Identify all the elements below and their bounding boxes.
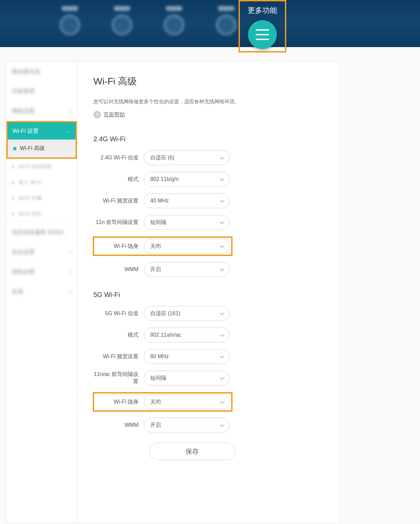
main-content: Wi-Fi 高级 您可以对无线网络做更多个性化的设置，适应各种无线网络环境。 ?… [77, 62, 340, 523]
select-value: 开启 [150, 266, 161, 273]
label-24g-guard-interval: 11n 前导间隔设置 [93, 219, 144, 226]
section-24g-title: 2.4G Wi-Fi [93, 135, 326, 143]
chevron-down-icon [219, 155, 224, 160]
sidebar-item-blurred[interactable]: 系统设置 ▾ [6, 262, 77, 282]
chevron-up-icon: ︿ [67, 128, 71, 134]
page-help-link[interactable]: ? 页面帮助 [93, 111, 326, 118]
form-24g: 2.4G Wi-Fi 信道 自适应 (6) 模式 802.11b/g/n Wi-… [93, 150, 326, 277]
select-24g-guard-interval[interactable]: 短间隔 [144, 215, 230, 230]
chevron-down-icon [219, 354, 224, 359]
label-5g-hide: Wi-Fi 隐身 [94, 399, 144, 406]
chevron-down-icon [219, 311, 224, 316]
sidebar-subitem-blurred[interactable]: 客人 Wi-Fi [6, 175, 77, 190]
top-nav: 更多功能 [0, 0, 420, 47]
select-value: 自适应 (161) [150, 310, 180, 317]
sidebar-subitem-blurred[interactable]: Wi-Fi 定时 [6, 206, 77, 222]
sidebar-subitem-blurred[interactable]: Wi-Fi 中继 [6, 190, 77, 206]
label-5g-guard-interval: 11n/ac 前导间隔设置 [93, 371, 144, 385]
sidebar-item-blurred[interactable]: 网络设置 ▾ [6, 101, 77, 121]
select-value: 802.11b/g/n [150, 176, 179, 182]
sidebar-subitem-wifi-advanced[interactable]: Wi-Fi 高级 [8, 140, 76, 157]
label-5g-channel: 5G Wi-Fi 信道 [93, 310, 144, 317]
highlight-5g-hide: Wi-Fi 隐身 关闭 [93, 392, 233, 412]
page-container: 路由器信息 升级管理 网络设置 ▾ Wi-Fi 设置 ︿ Wi-Fi 高级 Wi… [6, 61, 340, 523]
chevron-down-icon [219, 400, 224, 404]
sidebar-item-label: Wi-Fi 设置 [12, 127, 39, 135]
sidebar-wifi-highlight: Wi-Fi 设置 ︿ Wi-Fi 高级 [6, 121, 77, 159]
chevron-down-icon: ▾ [69, 269, 72, 275]
label-5g-bandwidth: Wi-Fi 频宽设置 [93, 353, 144, 360]
select-value: 关闭 [150, 399, 161, 406]
section-5g-title: 5G Wi-Fi [93, 291, 326, 299]
select-5g-bandwidth[interactable]: 80 MHz [144, 349, 230, 364]
select-value: 802.11a/n/ac [150, 332, 181, 338]
sidebar-subitem-blurred[interactable]: Wi-Fi 访问控制 [6, 159, 77, 175]
sidebar-item-label: Wi-Fi 高级 [20, 145, 45, 151]
chevron-down-icon: ▾ [69, 250, 72, 255]
top-nav-item-blurred [44, 6, 96, 35]
sidebar: 路由器信息 升级管理 网络设置 ▾ Wi-Fi 设置 ︿ Wi-Fi 高级 Wi… [6, 62, 77, 523]
label-5g-wmm: WMM [93, 422, 144, 428]
sidebar-item-blurred[interactable]: 安全设置 ▾ [6, 242, 77, 262]
hamburger-icon [256, 28, 269, 42]
select-24g-hide[interactable]: 关闭 [144, 239, 230, 254]
select-24g-channel[interactable]: 自适应 (6) [144, 150, 230, 165]
select-value: 80 MHz [150, 353, 169, 360]
select-value: 关闭 [150, 243, 161, 250]
select-24g-bandwidth[interactable]: 40 MHz [144, 193, 230, 208]
chevron-down-icon: ▾ [69, 109, 72, 114]
label-24g-hide: Wi-Fi 隐身 [94, 243, 144, 250]
sidebar-item-wifi-settings[interactable]: Wi-Fi 设置 ︿ [8, 122, 76, 140]
chevron-down-icon [219, 220, 224, 225]
select-value: 40 MHz [150, 198, 169, 204]
chevron-down-icon [219, 244, 224, 249]
chevron-down-icon [219, 177, 224, 182]
chevron-down-icon [219, 198, 224, 203]
label-24g-mode: 模式 [93, 176, 144, 183]
more-functions-button[interactable] [248, 20, 277, 49]
select-value: 短间隔 [150, 375, 166, 382]
sidebar-item-blurred[interactable]: 应用 ▾ [6, 282, 77, 302]
page-description: 您可以对无线网络做更多个性化的设置，适应各种无线网络环境。 [93, 99, 326, 105]
more-functions-label: 更多功能 [248, 5, 277, 15]
select-24g-mode[interactable]: 802.11b/g/n [144, 172, 230, 187]
select-5g-guard-interval[interactable]: 短间隔 [144, 371, 230, 385]
help-link-text: 页面帮助 [103, 111, 125, 118]
more-functions-highlight: 更多功能 [239, 0, 286, 52]
select-5g-mode[interactable]: 802.11a/n/ac [144, 328, 230, 342]
save-button-label: 保存 [185, 447, 199, 456]
form-5g: 5G Wi-Fi 信道 自适应 (161) 模式 802.11a/n/ac Wi… [93, 306, 326, 433]
label-5g-mode: 模式 [93, 332, 144, 339]
chevron-down-icon [219, 376, 224, 380]
chevron-down-icon [219, 423, 224, 427]
label-24g-wmm: WMM [93, 266, 144, 272]
chevron-down-icon: ▾ [69, 289, 72, 295]
sidebar-item-blurred[interactable]: 路由器信息 [6, 62, 77, 81]
select-5g-wmm[interactable]: 开启 [144, 418, 230, 433]
select-5g-hide[interactable]: 关闭 [144, 395, 230, 409]
label-24g-channel: 2.4G Wi-Fi 信道 [93, 154, 144, 161]
label-24g-bandwidth: Wi-Fi 频宽设置 [93, 197, 144, 204]
top-nav-item-blurred [148, 6, 200, 35]
chevron-down-icon [219, 267, 224, 272]
help-icon: ? [93, 111, 101, 118]
save-button[interactable]: 保存 [149, 443, 235, 460]
top-nav-item-blurred [96, 6, 148, 35]
select-value: 开启 [150, 422, 161, 429]
select-value: 自适应 (6) [150, 154, 174, 161]
page-title: Wi-Fi 高级 [93, 75, 326, 88]
select-5g-channel[interactable]: 自适应 (161) [144, 306, 230, 321]
sidebar-item-blurred[interactable]: 升级管理 [6, 81, 77, 101]
chevron-down-icon [219, 333, 224, 337]
select-value: 短间隔 [150, 219, 166, 226]
select-24g-wmm[interactable]: 开启 [144, 262, 230, 277]
sidebar-item-blurred[interactable]: 动态域名服务 DDNS [6, 222, 77, 242]
highlight-24g-hide: Wi-Fi 隐身 关闭 [93, 236, 233, 256]
